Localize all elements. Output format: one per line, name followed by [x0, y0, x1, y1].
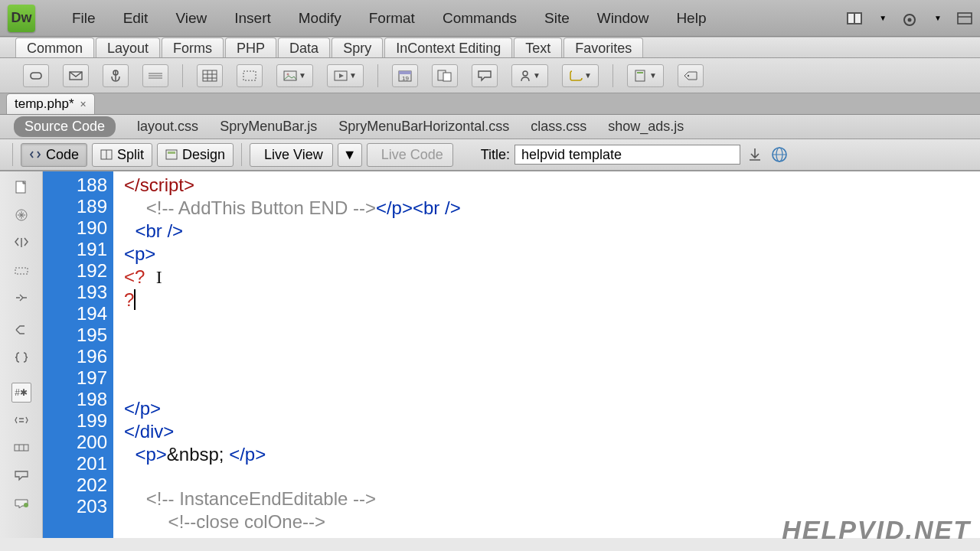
svg-rect-11: [203, 70, 217, 81]
related-file-class[interactable]: class.css: [531, 119, 586, 135]
svg-rect-24: [443, 73, 451, 81]
open-documents-icon[interactable]: [11, 178, 31, 197]
named-anchor-button[interactable]: [103, 64, 129, 87]
related-file-sprymenubarh[interactable]: SpryMenuBarHorizontal.css: [338, 119, 509, 135]
chevron-down-icon[interactable]: ▼: [934, 14, 942, 22]
code-view-button[interactable]: Code: [21, 143, 87, 167]
chevron-down-icon[interactable]: ▼: [879, 14, 887, 22]
insert-tab-php[interactable]: PHP: [225, 37, 276, 57]
hyperlink-button[interactable]: [23, 64, 49, 87]
insert-tab-favorites[interactable]: Favorites: [564, 37, 643, 57]
collapse-icon[interactable]: [11, 205, 31, 225]
svg-point-42: [24, 503, 28, 507]
file-management-icon[interactable]: [745, 145, 765, 165]
comment-button[interactable]: [472, 64, 498, 87]
svg-rect-1: [848, 14, 854, 23]
search-panel-icon[interactable]: [957, 12, 972, 24]
page-title-input[interactable]: [514, 145, 740, 165]
menu-site[interactable]: Site: [531, 5, 583, 31]
svg-rect-16: [243, 71, 256, 80]
live-code-button[interactable]: Live Code: [367, 143, 453, 167]
insert-tab-data[interactable]: Data: [278, 37, 330, 57]
remove-comment-icon[interactable]: [11, 410, 31, 430]
tag-chooser-button[interactable]: [678, 64, 704, 87]
design-view-button[interactable]: Design: [157, 143, 234, 167]
svg-rect-38: [15, 268, 28, 274]
document-tab-bar: temp.php* ×: [0, 93, 980, 115]
insert-tab-common[interactable]: Common: [15, 37, 94, 57]
script-button[interactable]: ▼: [562, 64, 599, 87]
insert-tab-forms[interactable]: Forms: [162, 37, 224, 57]
view-label: Design: [182, 147, 225, 163]
svg-text:19: 19: [402, 75, 409, 82]
code-editor[interactable]: </script> <!-- AddThis Button END --></p…: [113, 171, 980, 538]
split-view-button[interactable]: Split: [92, 143, 152, 167]
separator: [612, 64, 613, 87]
recent-snippets-icon[interactable]: [11, 465, 31, 485]
live-view-label: Live View: [264, 147, 323, 163]
table-button[interactable]: [197, 64, 223, 87]
live-view-button[interactable]: Live View: [250, 143, 333, 167]
insert-tab-spry[interactable]: Spry: [332, 37, 383, 57]
insert-tab-incontext[interactable]: InContext Editing: [384, 37, 512, 57]
images-button[interactable]: ▼: [276, 64, 313, 87]
menu-format[interactable]: Format: [355, 5, 429, 31]
document-tab-label: temp.php*: [15, 96, 74, 112]
svg-rect-32: [168, 152, 175, 154]
svg-rect-31: [166, 150, 177, 159]
svg-rect-27: [637, 72, 643, 73]
menu-view[interactable]: View: [162, 5, 220, 31]
related-file-showads[interactable]: show_ads.js: [608, 119, 684, 135]
gear-icon[interactable]: [902, 12, 917, 24]
svg-point-28: [688, 74, 689, 76]
menu-insert[interactable]: Insert: [220, 5, 285, 31]
templates-button[interactable]: ▼: [627, 64, 664, 87]
svg-point-4: [908, 18, 912, 21]
view-label: Split: [117, 147, 144, 163]
menu-edit[interactable]: Edit: [109, 5, 162, 31]
line-numbers-icon[interactable]: [11, 288, 31, 308]
document-toolbar: Code Split Design Live View ▼ Live Code …: [0, 139, 980, 171]
ssi-button[interactable]: [432, 64, 458, 87]
insert-tab-bar: Common Layout Forms PHP Data Spry InCont…: [0, 37, 980, 58]
menu-file[interactable]: File: [58, 5, 109, 31]
separator: [241, 143, 242, 166]
svg-rect-2: [855, 14, 861, 23]
menu-help[interactable]: Help: [662, 5, 720, 31]
preview-icon[interactable]: [769, 145, 789, 165]
related-files-bar: Source Code layout.css SpryMenuBar.js Sp…: [0, 115, 980, 139]
highlight-icon[interactable]: [11, 320, 31, 340]
date-button[interactable]: 19: [392, 64, 418, 87]
syntax-error-icon[interactable]: [11, 347, 31, 367]
insert-tab-text[interactable]: Text: [514, 37, 562, 57]
menu-window[interactable]: Window: [583, 5, 663, 31]
insert-toolbar: ▼ ▼ 19 ▼ ▼ ▼: [0, 58, 980, 93]
apply-comment-icon[interactable]: #✱: [11, 383, 31, 403]
title-label: Title:: [481, 147, 510, 163]
view-label: Code: [46, 147, 79, 163]
live-view-dropdown[interactable]: ▼: [338, 143, 362, 167]
code-icon: [29, 149, 41, 160]
div-button[interactable]: [237, 64, 263, 87]
move-css-icon[interactable]: [11, 493, 31, 513]
svg-rect-5: [958, 13, 972, 24]
layout-switcher-icon[interactable]: [847, 12, 862, 24]
media-button[interactable]: ▼: [327, 64, 364, 87]
select-parent-icon[interactable]: [11, 233, 31, 253]
wrap-tag-icon[interactable]: [11, 438, 31, 458]
menu-modify[interactable]: Modify: [285, 5, 355, 31]
separator: [182, 64, 183, 87]
menu-commands[interactable]: Commands: [429, 5, 531, 31]
balance-braces-icon[interactable]: [11, 260, 31, 280]
email-link-button[interactable]: [63, 64, 89, 87]
close-icon[interactable]: ×: [80, 98, 87, 110]
related-file-layout[interactable]: layout.css: [137, 119, 198, 135]
hr-button[interactable]: [142, 64, 168, 87]
document-tab[interactable]: temp.php* ×: [6, 93, 95, 114]
related-file-source[interactable]: Source Code: [14, 116, 116, 137]
related-file-sprymenubar[interactable]: SpryMenuBar.js: [220, 119, 317, 135]
insert-tab-layout[interactable]: Layout: [96, 37, 160, 57]
editor-area: #✱ 1881891901911921931941951961971981992…: [0, 171, 980, 538]
head-button[interactable]: ▼: [511, 64, 548, 87]
svg-point-18: [287, 73, 289, 75]
